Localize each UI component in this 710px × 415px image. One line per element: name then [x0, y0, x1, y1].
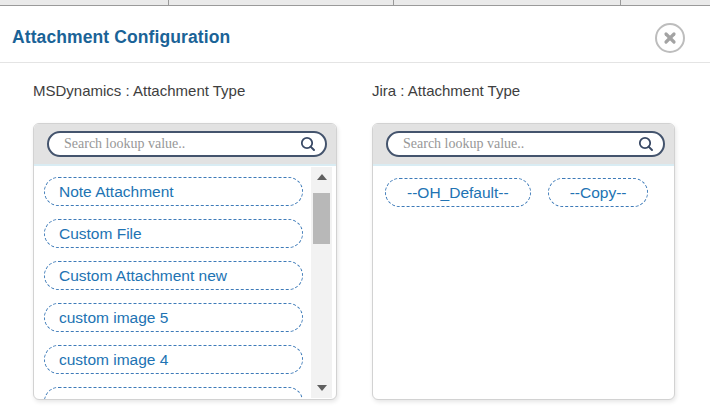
msdynamics-panel-label: MSDynamics : Attachment Type: [33, 82, 245, 99]
attachment-type-chip[interactable]: Custom Attachment new: [44, 261, 303, 290]
jira-search-bar: [373, 124, 674, 166]
msdynamics-search-bar: [34, 124, 336, 166]
search-field[interactable]: [47, 131, 327, 157]
attachment-type-chip[interactable]: --Copy--: [548, 178, 649, 207]
attachment-type-chip[interactable]: Custom File: [44, 219, 303, 248]
jira-attachment-list-area: --OH_Default----Copy--: [373, 166, 674, 400]
table-column-divider: [393, 0, 394, 5]
jira-panel-label: Jira : Attachment Type: [372, 82, 520, 99]
attachment-type-chip[interactable]: custom image 4: [44, 345, 303, 374]
jira-attachment-list: --OH_Default----Copy--: [373, 166, 674, 207]
close-icon: [663, 31, 677, 45]
dialog-title: Attachment Configuration: [12, 27, 230, 48]
attachment-type-chip-clipped[interactable]: [44, 387, 303, 400]
msdynamics-attachment-list: Note AttachmentCustom FileCustom Attachm…: [34, 166, 336, 374]
search-input[interactable]: [62, 135, 293, 153]
list-scrollbar[interactable]: [311, 167, 332, 398]
header-divider: [0, 62, 710, 63]
table-column-divider: [620, 0, 621, 5]
attachment-type-chip[interactable]: --OH_Default--: [385, 178, 531, 207]
msdynamics-attachment-panel: Note AttachmentCustom FileCustom Attachm…: [33, 123, 337, 400]
scroll-down-button[interactable]: [311, 380, 332, 396]
search-field[interactable]: [386, 131, 665, 157]
background-table-top-edge: [0, 0, 710, 6]
table-column-divider: [168, 0, 169, 5]
scrollbar-thumb[interactable]: [313, 193, 330, 244]
close-button[interactable]: [655, 23, 685, 53]
search-input[interactable]: [401, 135, 631, 153]
msdynamics-attachment-list-area: Note AttachmentCustom FileCustom Attachm…: [34, 166, 336, 400]
search-icon[interactable]: [637, 135, 655, 153]
jira-attachment-panel: --OH_Default----Copy--: [372, 123, 675, 400]
scroll-up-button[interactable]: [311, 169, 332, 185]
search-icon[interactable]: [299, 135, 317, 153]
arrow-down-icon: [317, 385, 327, 391]
attachment-type-chip[interactable]: custom image 5: [44, 303, 303, 332]
attachment-type-chip[interactable]: Note Attachment: [44, 177, 303, 206]
arrow-up-icon: [317, 174, 327, 180]
